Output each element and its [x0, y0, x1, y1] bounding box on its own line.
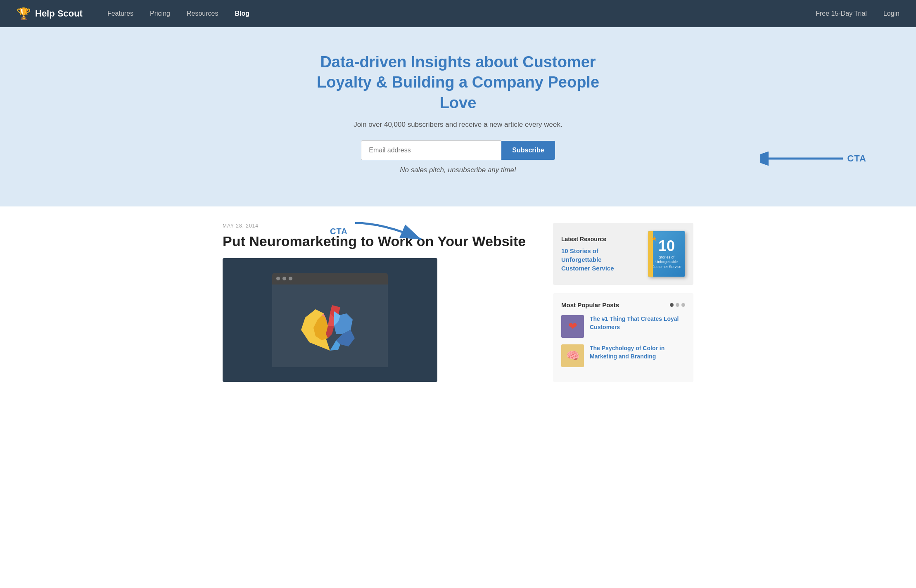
book-text: Stories ofUnforgettableCustomer Service — [652, 255, 681, 270]
article-section: MAY 28, 2014 Put Neuromarketing to Work … — [223, 223, 553, 382]
post-item-1: ❤ The #1 Thing That Creates Loyal Custom… — [561, 315, 685, 338]
article-image — [223, 258, 437, 382]
nav-links: Features Pricing Resources Blog — [107, 10, 816, 17]
article-illustration — [272, 273, 388, 367]
bottom-arrow-svg — [351, 219, 434, 244]
nav-resources[interactable]: Resources — [187, 10, 218, 17]
logo-text: Help Scout — [35, 8, 83, 19]
hero-title: Data-driven Insights about Customer Loya… — [313, 52, 603, 113]
browser-dot-2 — [282, 277, 286, 280]
navigation: 🏆 Help Scout Features Pricing Resources … — [0, 0, 916, 27]
subscribe-form: Subscribe CTA — [17, 140, 899, 160]
nav-trial[interactable]: Free 15-Day Trial — [816, 10, 867, 17]
browser-body — [272, 285, 388, 367]
book-cover: ★ 10 Stories ofUnforgettableCustomer Ser… — [648, 231, 685, 277]
brain-svg — [293, 293, 367, 359]
latest-resource-link[interactable]: 10 Stories of Unforgettable Customer Ser… — [561, 247, 627, 273]
latest-resource-content: Latest Resource 10 Stories of Unforgetta… — [561, 236, 627, 273]
pagination-dots — [670, 303, 685, 307]
nav-pricing[interactable]: Pricing — [150, 10, 170, 17]
logo-link[interactable]: 🏆 Help Scout — [17, 7, 83, 21]
nav-features[interactable]: Features — [107, 10, 133, 17]
cta-label-bottom: CTA — [330, 227, 348, 236]
post-link-2[interactable]: The Psychology of Color in Marketing and… — [590, 344, 685, 360]
cta-arrow-bottom: CTA — [330, 219, 434, 244]
sidebar: Latest Resource 10 Stories of Unforgetta… — [553, 223, 693, 382]
latest-resource-box: Latest Resource 10 Stories of Unforgetta… — [553, 223, 693, 285]
dot-2[interactable] — [676, 303, 679, 307]
nav-right: Free 15-Day Trial Login — [816, 10, 899, 17]
post-thumb-1: ❤ — [561, 315, 584, 338]
post-link-1[interactable]: The #1 Thing That Creates Loyal Customer… — [590, 315, 685, 331]
hero-subtitle: Join over 40,000 subscribers and receive… — [17, 121, 899, 129]
main-content: CTA MAY 28, 2014 Put Neuromarketing to W… — [210, 206, 706, 398]
popular-posts-title: Most Popular Posts — [561, 301, 619, 308]
logo-icon: 🏆 — [17, 7, 31, 21]
dot-3[interactable] — [681, 303, 685, 307]
popular-posts-header: Most Popular Posts — [561, 301, 685, 308]
hero-section: Data-driven Insights about Customer Loya… — [0, 27, 916, 206]
cta-arrow-top: CTA — [760, 146, 866, 171]
arrow-svg — [760, 146, 843, 171]
book-number: 10 — [658, 239, 675, 254]
nav-blog[interactable]: Blog — [235, 10, 249, 17]
heart-icon: ❤ — [561, 315, 584, 338]
browser-dot-3 — [289, 277, 292, 280]
subscribe-button[interactable]: Subscribe — [501, 141, 555, 160]
latest-resource-label: Latest Resource — [561, 236, 627, 242]
nav-login[interactable]: Login — [883, 10, 899, 17]
post-item-2: 🧠 The Psychology of Color in Marketing a… — [561, 344, 685, 367]
book-star: ★ — [651, 235, 657, 242]
email-input[interactable] — [361, 140, 501, 160]
cta-label-top: CTA — [847, 153, 866, 164]
browser-bar — [272, 273, 388, 285]
dot-1[interactable] — [670, 303, 674, 307]
post-thumb-2: 🧠 — [561, 344, 584, 367]
browser-dot-1 — [276, 277, 280, 280]
popular-posts-box: Most Popular Posts ❤ The #1 Thing That C… — [553, 293, 693, 382]
head-icon: 🧠 — [561, 344, 584, 367]
